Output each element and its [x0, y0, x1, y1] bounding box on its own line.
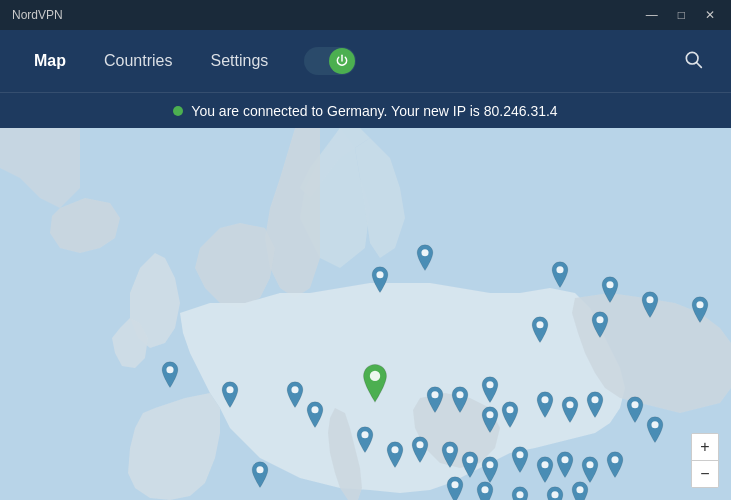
- tab-countries[interactable]: Countries: [90, 46, 186, 76]
- vpn-toggle-container: [304, 47, 356, 75]
- power-icon: [335, 54, 349, 68]
- map-svg: [0, 128, 731, 500]
- app-title: NordVPN: [12, 8, 63, 22]
- connection-status-text: You are connected to Germany. Your new I…: [191, 103, 557, 119]
- vpn-toggle[interactable]: [304, 47, 356, 75]
- zoom-controls: + −: [691, 433, 719, 488]
- minimize-button[interactable]: —: [642, 6, 662, 24]
- tab-map[interactable]: Map: [20, 46, 80, 76]
- toggle-thumb: [329, 48, 355, 74]
- zoom-in-button[interactable]: +: [692, 434, 718, 460]
- search-icon: [683, 49, 703, 69]
- map-container[interactable]: + −: [0, 128, 731, 500]
- svg-line-2: [697, 62, 702, 67]
- maximize-button[interactable]: □: [674, 6, 689, 24]
- zoom-out-button[interactable]: −: [692, 461, 718, 487]
- search-button[interactable]: [675, 45, 711, 78]
- connection-status-dot: [173, 106, 183, 116]
- close-button[interactable]: ✕: [701, 6, 719, 24]
- nav-bar: Map Countries Settings: [0, 30, 731, 92]
- window-controls: — □ ✕: [642, 6, 719, 24]
- title-bar: NordVPN — □ ✕: [0, 0, 731, 30]
- tab-settings[interactable]: Settings: [196, 46, 282, 76]
- status-bar: You are connected to Germany. Your new I…: [0, 92, 731, 128]
